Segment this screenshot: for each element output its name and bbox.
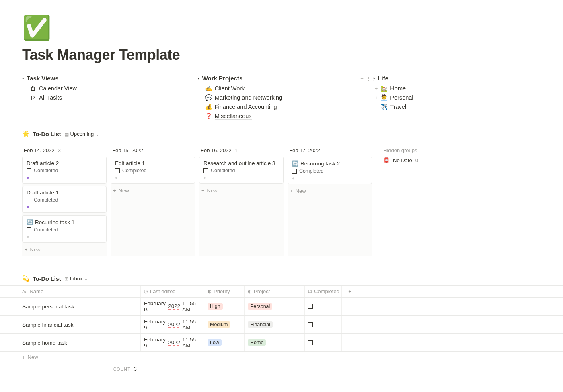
sidebar-item-marketing[interactable]: 💬 Marketing and Networking (205, 93, 366, 102)
nav-header-work-projects[interactable]: ▾ Work Projects (198, 75, 366, 82)
col-name[interactable]: AaName (0, 286, 141, 297)
col-completed[interactable]: ☑Completed (305, 286, 342, 297)
sidebar-item-personal[interactable]: +⋮⋮ 🧑‍💼 Personal (380, 93, 541, 102)
cell-completed[interactable] (305, 316, 342, 333)
board-card[interactable]: Draft article 2Completed● (22, 157, 107, 184)
writing-icon: ✍️ (205, 85, 212, 92)
table-view-selector[interactable]: ⊞ Inbox ⌄ (64, 276, 88, 282)
cell-name[interactable]: Sample home task (0, 334, 141, 351)
new-label: New (119, 188, 129, 194)
board-column-header[interactable]: Feb 16, 20221 (199, 145, 284, 157)
new-card-button[interactable]: +New (288, 186, 372, 196)
board-column: Feb 14, 20223Draft article 2Completed●Dr… (22, 145, 107, 256)
sidebar-item-label: Client Work (215, 85, 245, 92)
table-icon: ⊞ (64, 276, 68, 282)
table-new-row[interactable]: + New (0, 352, 563, 363)
status-dot-icon: ● (27, 175, 102, 180)
column-count: 1 (323, 147, 326, 153)
board-column-header[interactable]: Feb 15, 20221 (111, 145, 195, 157)
drag-handle-icon[interactable]: ⋮⋮ (366, 76, 376, 82)
status-dot-icon: ● (115, 175, 191, 180)
cell-last-edited: February 9, 2022 11:55 AM (141, 316, 204, 333)
sidebar-item-calendar-view[interactable]: 🗓 Calendar View (29, 84, 190, 93)
board-card[interactable]: Edit article 1Completed● (111, 157, 195, 184)
drag-handle-icon[interactable]: ⋮⋮ (379, 95, 389, 101)
sidebar-item-client-work[interactable]: ✍️ Client Work (205, 84, 366, 93)
add-column-button[interactable]: + (342, 286, 358, 297)
add-icon[interactable]: + (375, 95, 378, 101)
hidden-groups-label: Hidden groups (383, 147, 455, 153)
checkbox[interactable] (292, 169, 297, 174)
checkbox[interactable] (27, 198, 31, 202)
table-row[interactable]: Sample personal taskFebruary 9, 2022 11:… (0, 298, 563, 316)
cell-project[interactable]: Financial (245, 316, 305, 333)
cell-completed[interactable] (305, 298, 342, 315)
select-icon: ◐ (248, 289, 252, 294)
cell-completed[interactable] (305, 334, 342, 351)
new-card-button[interactable]: +New (22, 245, 107, 254)
board-column-header[interactable]: Feb 14, 20223 (22, 145, 107, 157)
hidden-group-no-date[interactable]: 📮No Date0 (383, 157, 455, 163)
col-project[interactable]: ◐Project (245, 286, 305, 297)
checkbox[interactable] (27, 168, 31, 173)
priority-tag: High (208, 303, 223, 310)
add-icon[interactable]: + (360, 76, 364, 82)
cell-spacer (342, 334, 358, 351)
completed-label: Completed (122, 168, 146, 174)
sidebar-item-home[interactable]: +⋮⋮ 🏡 Home (380, 84, 541, 93)
table-section-header: 💫 To-Do List ⊞ Inbox ⌄ (22, 275, 541, 282)
sidebar-item-all-tasks[interactable]: 🏳 All Tasks (29, 93, 190, 102)
drag-handle-icon[interactable]: ⋮⋮ (379, 86, 389, 92)
completed-label: Completed (34, 197, 58, 203)
col-priority[interactable]: ◐Priority (204, 286, 245, 297)
board-icon: ▦ (64, 131, 69, 137)
sidebar-item-miscellaneous[interactable]: ❓ Miscellaneous (205, 112, 366, 121)
new-card-button[interactable]: +New (199, 186, 284, 195)
checkbox[interactable] (308, 340, 313, 345)
priority-tag: Medium (208, 321, 230, 328)
column-count: 3 (58, 147, 61, 153)
cell-name[interactable]: Sample personal task (0, 298, 141, 315)
checkbox[interactable] (308, 304, 313, 309)
cell-project[interactable]: Home (245, 334, 305, 351)
cell-priority[interactable]: Low (204, 334, 245, 351)
new-card-button[interactable]: +New (111, 186, 195, 195)
project-tag: Financial (248, 321, 273, 328)
board-card[interactable]: Research and outline article 3Completed● (199, 157, 284, 184)
nav-header-life[interactable]: ▾ Life (373, 75, 541, 82)
cell-spacer (358, 334, 563, 351)
chevron-down-icon: ⌄ (84, 276, 88, 282)
board-card[interactable]: Draft article 1Completed● (22, 186, 107, 213)
page-icon[interactable]: ✅ (22, 16, 541, 39)
board-card[interactable]: 🔄Recurring task 2Completed● (288, 157, 372, 184)
cell-name[interactable]: Sample financial task (0, 316, 141, 333)
board-view-selector[interactable]: ▦ Upcoming ⌄ (64, 131, 100, 137)
plus-icon: + (348, 288, 351, 294)
sidebar-item-finance[interactable]: 💰 Finance and Accounting (205, 102, 366, 112)
nav-title: Life (378, 75, 388, 82)
nav-col-task-views: ▾ Task Views 🗓 Calendar View 🏳 All Tasks (22, 75, 190, 121)
calendar-icon: 🗓 (29, 86, 37, 92)
table-row[interactable]: Sample home taskFebruary 9, 2022 11:55 A… (0, 334, 563, 352)
checkbox[interactable] (308, 322, 313, 327)
cell-spacer (342, 298, 358, 315)
column-date: Feb 15, 2022 (112, 147, 143, 153)
checkbox[interactable] (115, 168, 120, 173)
checkbox[interactable] (203, 168, 208, 173)
cell-priority[interactable]: Medium (204, 316, 245, 333)
board-column-header[interactable]: Feb 17, 20221 (288, 145, 372, 157)
sidebar-item-travel[interactable]: ✈️ Travel (380, 102, 541, 112)
table-row[interactable]: Sample financial taskFebruary 9, 2022 11… (0, 316, 563, 334)
board-card[interactable]: 🔄Recurring task 1Completed● (22, 215, 107, 243)
col-last-edited[interactable]: ◷Last edited (141, 286, 204, 297)
recurring-icon: 🔄 (27, 219, 33, 225)
checkbox[interactable] (27, 227, 31, 232)
board-view-name: Upcoming (70, 131, 94, 137)
cell-project[interactable]: Personal (245, 298, 305, 315)
nav-header-task-views[interactable]: ▾ Task Views (22, 75, 190, 82)
cell-priority[interactable]: High (204, 298, 245, 315)
priority-tag: Low (208, 339, 222, 346)
sidebar-item-label: Miscellaneous (215, 113, 252, 120)
card-title: Draft article 2 (27, 160, 59, 166)
add-icon[interactable]: + (375, 86, 378, 92)
